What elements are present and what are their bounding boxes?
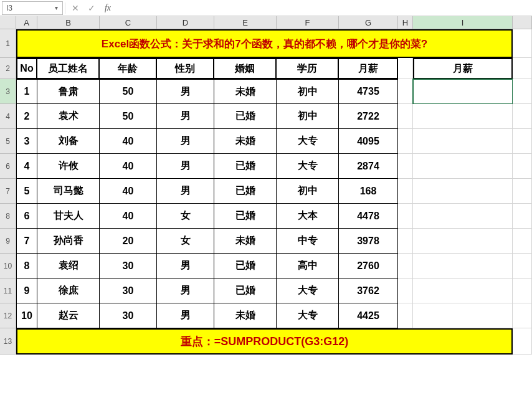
cell-I7[interactable] — [413, 179, 513, 204]
header-salary-right[interactable]: 月薪 — [413, 58, 513, 79]
cell-edu-9[interactable]: 中专 — [277, 229, 339, 254]
spreadsheet-grid[interactable]: ABCDEFGHI1Excel函数公式：关于求和的7个函数，真的都不赖，哪个才是… — [0, 16, 532, 355]
col-header-A[interactable]: A — [16, 16, 37, 29]
cell-no-10[interactable]: 8 — [16, 254, 37, 279]
cell-salary-4[interactable]: 2722 — [339, 104, 398, 129]
header-age[interactable]: 年龄 — [100, 58, 157, 79]
cell-age-4[interactable]: 50 — [100, 104, 157, 129]
cell-no-11[interactable]: 9 — [16, 279, 37, 303]
cell-age-3[interactable]: 50 — [100, 79, 157, 104]
cell-name-3[interactable]: 鲁肃 — [37, 79, 100, 104]
cell-age-11[interactable]: 30 — [100, 279, 157, 303]
cell-edu-3[interactable]: 初中 — [277, 79, 339, 104]
cell-I12[interactable] — [413, 303, 513, 328]
row-header-9[interactable]: 9 — [0, 229, 16, 254]
cell-no-6[interactable]: 4 — [16, 154, 37, 179]
row-header-6[interactable]: 6 — [0, 154, 16, 179]
cell-marital-4[interactable]: 已婚 — [214, 104, 277, 129]
cell-gender-10[interactable]: 男 — [157, 254, 214, 279]
row-header-12[interactable]: 12 — [0, 303, 16, 328]
cell-edu-4[interactable]: 初中 — [277, 104, 339, 129]
col-header-I[interactable]: I — [413, 16, 513, 29]
cell-name-11[interactable]: 徐庶 — [37, 279, 100, 303]
dropdown-icon[interactable]: ▾ — [52, 4, 60, 12]
cell-salary-12[interactable]: 4425 — [339, 303, 398, 328]
cell-marital-8[interactable]: 已婚 — [214, 204, 277, 229]
row-header-13[interactable]: 13 — [0, 328, 16, 355]
cell-I6[interactable] — [413, 154, 513, 179]
col-header-H[interactable]: H — [398, 16, 413, 29]
cell-name-10[interactable]: 袁绍 — [37, 254, 100, 279]
cell-age-7[interactable]: 40 — [100, 179, 157, 204]
cell-age-8[interactable]: 40 — [100, 204, 157, 229]
cell-marital-10[interactable]: 已婚 — [214, 254, 277, 279]
cell-salary-6[interactable]: 2874 — [339, 154, 398, 179]
formula-input[interactable] — [118, 0, 532, 16]
cell-edu-7[interactable]: 初中 — [277, 179, 339, 204]
cell-age-6[interactable]: 40 — [100, 154, 157, 179]
col-header-G[interactable]: G — [339, 16, 398, 29]
cell-marital-9[interactable]: 未婚 — [214, 229, 277, 254]
cell-no-9[interactable]: 7 — [16, 229, 37, 254]
cell-I11[interactable] — [413, 279, 513, 303]
header-name[interactable]: 员工姓名 — [37, 58, 100, 79]
name-box[interactable]: I3 ▾ — [2, 1, 63, 15]
row-header-2[interactable]: 2 — [0, 58, 16, 79]
row-header-8[interactable]: 8 — [0, 204, 16, 229]
select-all-corner[interactable] — [0, 16, 16, 29]
cell-name-7[interactable]: 司马懿 — [37, 179, 100, 204]
cell-I10[interactable] — [413, 254, 513, 279]
row-header-10[interactable]: 10 — [0, 254, 16, 279]
row-header-5[interactable]: 5 — [0, 129, 16, 154]
cell-gender-6[interactable]: 男 — [157, 154, 214, 179]
col-header-E[interactable]: E — [214, 16, 277, 29]
cell-salary-11[interactable]: 3762 — [339, 279, 398, 303]
cell-gender-3[interactable]: 男 — [157, 79, 214, 104]
cell-salary-3[interactable]: 4735 — [339, 79, 398, 104]
cell-edu-8[interactable]: 大本 — [277, 204, 339, 229]
header-marital[interactable]: 婚姻 — [214, 58, 277, 79]
cell-edu-5[interactable]: 大专 — [277, 129, 339, 154]
row-header-11[interactable]: 11 — [0, 279, 16, 303]
col-header-D[interactable]: D — [157, 16, 214, 29]
header-edu[interactable]: 学历 — [277, 58, 339, 79]
cell-name-4[interactable]: 袁术 — [37, 104, 100, 129]
col-header-C[interactable]: C — [100, 16, 157, 29]
cell-no-3[interactable]: 1 — [16, 79, 37, 104]
cell-I5[interactable] — [413, 129, 513, 154]
col-header-extra[interactable] — [513, 16, 532, 29]
cell-salary-9[interactable]: 3978 — [339, 229, 398, 254]
cell-salary-5[interactable]: 4095 — [339, 129, 398, 154]
cell-age-5[interactable]: 40 — [100, 129, 157, 154]
cell-no-5[interactable]: 3 — [16, 129, 37, 154]
cell-edu-10[interactable]: 高中 — [277, 254, 339, 279]
cell-gender-8[interactable]: 女 — [157, 204, 214, 229]
fx-icon[interactable]: fx — [103, 3, 113, 13]
cell-age-10[interactable]: 30 — [100, 254, 157, 279]
cell-I8[interactable] — [413, 204, 513, 229]
row-header-1[interactable]: 1 — [0, 29, 16, 58]
header-no[interactable]: No — [16, 58, 37, 79]
col-header-B[interactable]: B — [37, 16, 100, 29]
cell-salary-7[interactable]: 168 — [339, 179, 398, 204]
cell-gender-4[interactable]: 男 — [157, 104, 214, 129]
cell-name-5[interactable]: 刘备 — [37, 129, 100, 154]
cell-I4[interactable] — [413, 104, 513, 129]
cell-marital-6[interactable]: 已婚 — [214, 154, 277, 179]
cell-edu-6[interactable]: 大专 — [277, 154, 339, 179]
cell-gender-5[interactable]: 男 — [157, 129, 214, 154]
cell-gender-12[interactable]: 男 — [157, 303, 214, 328]
cell-marital-7[interactable]: 已婚 — [214, 179, 277, 204]
cell-I3[interactable] — [413, 79, 513, 104]
cell-no-12[interactable]: 10 — [16, 303, 37, 328]
row-header-3[interactable]: 3 — [0, 79, 16, 104]
cell-edu-12[interactable]: 大专 — [277, 303, 339, 328]
cell-I9[interactable] — [413, 229, 513, 254]
cell-marital-5[interactable]: 未婚 — [214, 129, 277, 154]
cell-age-9[interactable]: 20 — [100, 229, 157, 254]
cell-gender-7[interactable]: 男 — [157, 179, 214, 204]
header-gender[interactable]: 性别 — [157, 58, 214, 79]
row-header-7[interactable]: 7 — [0, 179, 16, 204]
cell-no-8[interactable]: 6 — [16, 204, 37, 229]
cell-gender-11[interactable]: 男 — [157, 279, 214, 303]
